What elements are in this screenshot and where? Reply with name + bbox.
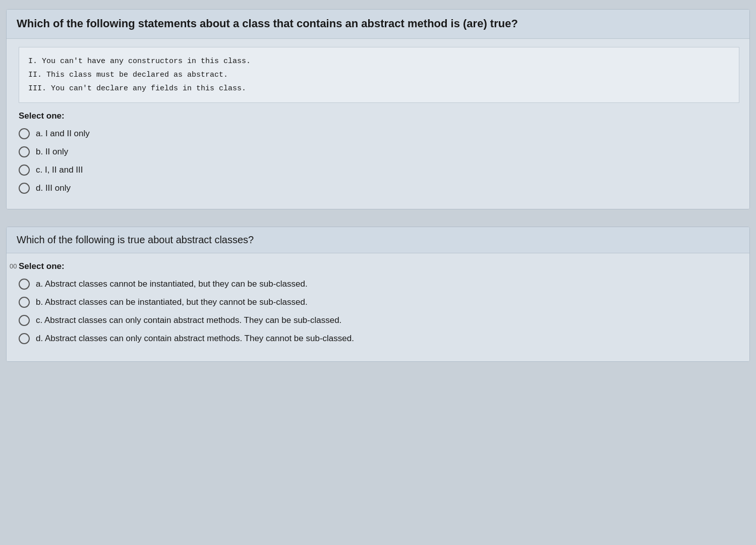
option-2b-text: b. Abstract classes can be instantiated,… (36, 297, 308, 307)
options-list-1: a. I and II only b. II only c. I, II and… (19, 128, 739, 194)
statement-1: I. You can't have any constructors in th… (28, 54, 730, 68)
option-1a-text: a. I and II only (36, 129, 90, 139)
statements-box: I. You can't have any constructors in th… (19, 47, 739, 103)
option-1c-text: c. I, II and III (36, 165, 83, 175)
radio-1b[interactable] (19, 146, 30, 157)
options-list-2: a. Abstract classes cannot be instantiat… (19, 279, 739, 344)
option-1d[interactable]: d. III only (19, 183, 739, 194)
option-2c-text: c. Abstract classes can only contain abs… (36, 315, 341, 325)
option-2d-text: d. Abstract classes can only contain abs… (36, 334, 354, 344)
statement-2: II. This class must be declared as abstr… (28, 68, 730, 82)
question-1-title: Which of the following statements about … (17, 17, 518, 30)
option-2c[interactable]: c. Abstract classes can only contain abs… (19, 315, 739, 326)
option-1a[interactable]: a. I and II only (19, 128, 739, 139)
radio-2b[interactable] (19, 297, 30, 308)
option-1d-text: d. III only (36, 183, 71, 193)
option-1b[interactable]: b. II only (19, 146, 739, 157)
radio-2d[interactable] (19, 333, 30, 344)
page-indicator: 00 (10, 262, 17, 270)
question-1-body: I. You can't have any constructors in th… (7, 39, 749, 209)
select-one-wrapper: 00 Select one: (19, 261, 739, 271)
card-spacer (0, 213, 756, 223)
question-1-card: Which of the following statements about … (6, 9, 750, 209)
radio-2c[interactable] (19, 315, 30, 326)
main-container: Which of the following statements about … (0, 0, 756, 545)
option-2a[interactable]: a. Abstract classes cannot be instantiat… (19, 279, 739, 290)
option-2a-text: a. Abstract classes cannot be instantiat… (36, 279, 308, 289)
radio-1c[interactable] (19, 165, 30, 176)
question-2-header: Which of the following is true about abs… (7, 227, 749, 253)
option-1b-text: b. II only (36, 147, 68, 157)
radio-1a[interactable] (19, 128, 30, 139)
question-2-body: 00 Select one: a. Abstract classes canno… (7, 253, 749, 361)
question-2-title: Which of the following is true about abs… (17, 234, 254, 245)
radio-1d[interactable] (19, 183, 30, 194)
option-2d[interactable]: d. Abstract classes can only contain abs… (19, 333, 739, 344)
select-one-label-2: Select one: (19, 261, 739, 271)
option-1c[interactable]: c. I, II and III (19, 165, 739, 176)
radio-2a[interactable] (19, 279, 30, 290)
option-2b[interactable]: b. Abstract classes can be instantiated,… (19, 297, 739, 308)
statement-3: III. You can't declare any fields in thi… (28, 82, 730, 95)
question-1-header: Which of the following statements about … (7, 10, 749, 39)
question-2-card: Which of the following is true about abs… (6, 227, 750, 362)
select-one-label-1: Select one: (19, 111, 739, 121)
